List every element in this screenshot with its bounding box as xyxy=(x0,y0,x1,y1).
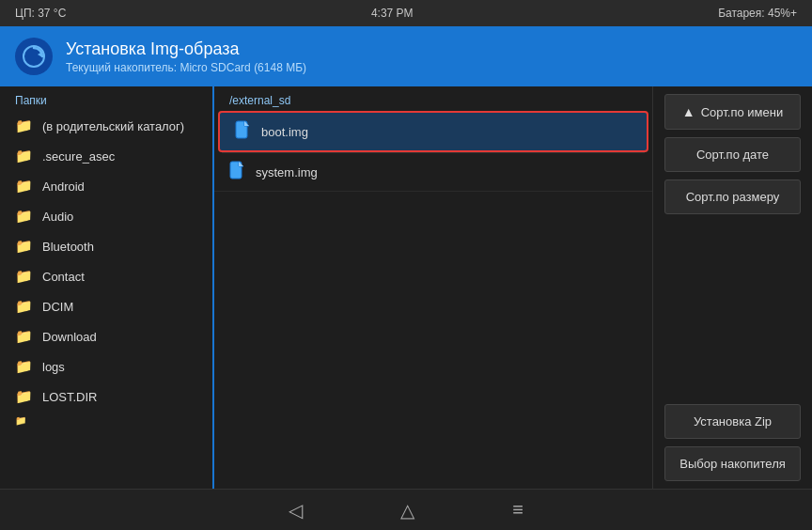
current-storage: Текущий накопитель: Micro SDCard (6148 М… xyxy=(66,61,306,74)
folder-icon: 📁 xyxy=(15,388,33,405)
sort-by-name-button[interactable]: ▲ Сорт.по имени xyxy=(664,94,801,130)
folder-icon: 📁 xyxy=(15,415,26,426)
folder-item-download[interactable]: 📁 Download xyxy=(0,321,212,351)
app-header: Установка Img-образа Текущий накопитель:… xyxy=(0,26,812,86)
folder-icon: 📁 xyxy=(15,148,33,164)
folder-item-more: 📁 xyxy=(0,412,212,429)
folder-icon: 📁 xyxy=(15,178,33,195)
svg-marker-1 xyxy=(38,52,42,57)
sort-by-name-label: Сорт.по имени xyxy=(701,105,783,119)
folder-label: Download xyxy=(42,330,97,344)
folder-label: .secure_asec xyxy=(42,149,115,164)
folder-label: Bluetooth xyxy=(42,240,94,254)
folder-icon: 📁 xyxy=(15,238,33,255)
install-zip-button[interactable]: Установка Zip xyxy=(664,404,801,439)
current-path: /external_sd xyxy=(214,86,652,111)
file-item-system[interactable]: system.img xyxy=(214,153,652,192)
battery-status: Батарея: 45%+ xyxy=(718,7,797,20)
actions-panel: ▲ Сорт.по имени Сорт.по дате Сорт.по раз… xyxy=(652,86,812,489)
folder-item-dcim[interactable]: 📁 DCIM xyxy=(0,291,212,321)
status-bar: ЦП: 37 °C 4:37 PM Батарея: 45%+ xyxy=(0,0,812,26)
folder-item-lost-dir[interactable]: 📁 LOST.DIR xyxy=(0,382,212,412)
back-button[interactable]: ◁ xyxy=(277,493,314,527)
menu-button[interactable]: ≡ xyxy=(501,493,535,526)
select-storage-label: Выбор накопителя xyxy=(679,457,786,471)
sort-icon: ▲ xyxy=(682,104,695,119)
header-text-block: Установка Img-образа Текущий накопитель:… xyxy=(66,39,306,74)
file-name: boot.img xyxy=(261,125,308,139)
folder-icon: 📁 xyxy=(15,358,33,375)
home-button[interactable]: △ xyxy=(389,493,426,527)
folder-item-logs[interactable]: 📁 logs xyxy=(0,351,212,382)
folder-label: Contact xyxy=(42,270,85,284)
folder-icon: 📁 xyxy=(15,117,33,134)
file-name: system.img xyxy=(256,165,318,179)
nav-bar: ◁ △ ≡ xyxy=(0,489,812,530)
folder-icon: 📁 xyxy=(15,208,33,225)
app-icon xyxy=(15,38,53,75)
time-display: 4:37 PM xyxy=(371,7,414,20)
folder-item-parent[interactable]: 📁 (в родительский каталог) xyxy=(0,111,212,141)
file-item-boot[interactable]: boot.img xyxy=(218,111,648,152)
file-list: boot.img system.img xyxy=(214,111,652,489)
folder-label: LOST.DIR xyxy=(42,390,98,404)
folder-item-contact[interactable]: 📁 Contact xyxy=(0,261,212,291)
select-storage-button[interactable]: Выбор накопителя xyxy=(664,446,801,481)
folder-item-android[interactable]: 📁 Android xyxy=(0,171,212,201)
folder-list: 📁 (в родительский каталог) 📁 .secure_ase… xyxy=(0,111,212,489)
file-icon xyxy=(235,120,252,143)
folder-item-secure[interactable]: 📁 .secure_asec xyxy=(0,141,212,171)
main-content: Папки 📁 (в родительский каталог) 📁 .secu… xyxy=(0,86,812,489)
folder-icon: 📁 xyxy=(15,298,33,315)
sort-by-size-button[interactable]: Сорт.по размеру xyxy=(664,179,801,214)
folder-label: (в родительский каталог) xyxy=(42,119,184,133)
folder-icon: 📁 xyxy=(15,268,33,285)
sort-by-date-button[interactable]: Сорт.по дате xyxy=(664,137,801,172)
actions-spacer xyxy=(664,222,801,397)
folder-item-bluetooth[interactable]: 📁 Bluetooth xyxy=(0,231,212,261)
folder-icon: 📁 xyxy=(15,328,33,345)
folder-label: DCIM xyxy=(42,300,73,314)
folder-item-audio[interactable]: 📁 Audio xyxy=(0,201,212,231)
sort-by-size-label: Сорт.по размеру xyxy=(686,190,780,204)
folder-label: logs xyxy=(42,360,65,374)
app-title: Установка Img-образа xyxy=(66,39,306,59)
folder-label: Audio xyxy=(42,210,73,224)
folders-panel: Папки 📁 (в родительский каталог) 📁 .secu… xyxy=(0,86,214,489)
cpu-status: ЦП: 37 °C xyxy=(15,7,66,20)
sort-by-date-label: Сорт.по дате xyxy=(696,148,769,162)
folders-header: Папки xyxy=(0,86,212,111)
files-panel: /external_sd boot.img xyxy=(214,86,652,489)
file-icon xyxy=(229,161,246,183)
install-zip-label: Установка Zip xyxy=(694,414,772,429)
folder-label: Android xyxy=(42,179,85,194)
